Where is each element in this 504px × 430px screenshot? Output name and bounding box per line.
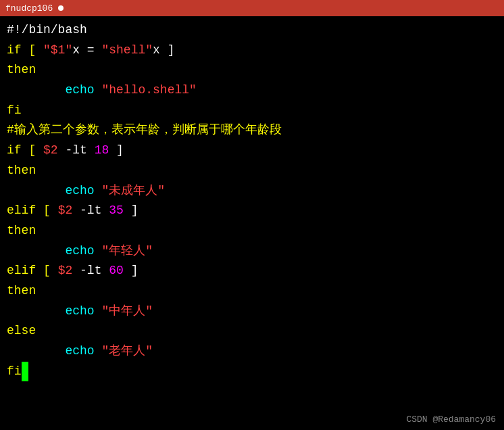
title-text: fnudcp106 [5, 3, 53, 14]
code-line: #输入第二个参数，表示年龄，判断属于哪个年龄段 [7, 120, 497, 141]
code-line: then [7, 281, 497, 302]
code-line: echo "老年人" [7, 341, 497, 362]
code-line: echo "未成年人" [7, 181, 497, 201]
code-line: if [ "$1"x = "shell"x ] [7, 41, 497, 61]
code-line: fi [7, 101, 497, 121]
code-line: if [ $2 -lt 18 ] [7, 141, 497, 161]
code-line: elif [ $2 -lt 60 ] [7, 261, 497, 281]
title-bar: fnudcp106 [0, 0, 504, 16]
watermark: CSDN @Redamancy06 [406, 414, 496, 425]
code-area: #!/bin/bashif [ "$1"x = "shell"x ]then e… [0, 16, 504, 385]
title-dot [58, 5, 64, 11]
code-line: then [7, 161, 497, 181]
terminal-window: fnudcp106 #!/bin/bashif [ "$1"x = "shell… [0, 0, 504, 430]
code-line: then [7, 60, 497, 80]
code-line: echo "中年人" [7, 302, 497, 322]
code-line: echo "年轻人" [7, 241, 497, 262]
code-line: #!/bin/bash [7, 20, 497, 41]
cursor [22, 362, 29, 382]
code-line: elif [ $2 -lt 35 ] [7, 201, 497, 221]
code-line: then [7, 221, 497, 241]
code-line: else [7, 321, 497, 341]
code-line: fi [7, 362, 497, 382]
code-line: echo "hello.shell" [7, 80, 497, 101]
